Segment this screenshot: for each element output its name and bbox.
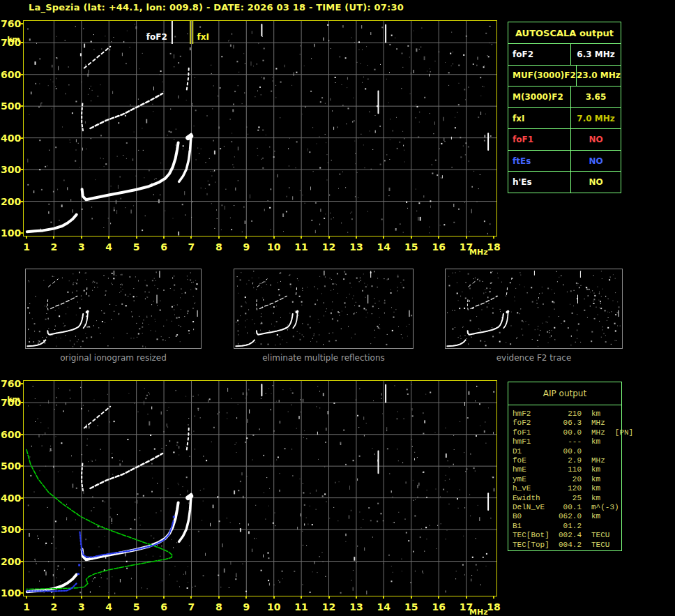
noise-dot — [361, 134, 361, 135]
noise-dot — [365, 88, 366, 89]
noise-dot — [419, 112, 420, 112]
noise-dot — [52, 65, 52, 68]
x-tick-nub — [136, 596, 137, 599]
noise-dot — [202, 520, 202, 521]
noise-dot — [56, 436, 56, 437]
noise-dot — [584, 299, 585, 299]
noise-dot — [344, 271, 345, 273]
noise-dot — [61, 204, 63, 207]
noise-dot — [363, 77, 364, 77]
noise-dot — [411, 73, 411, 75]
noise-dot — [180, 56, 181, 57]
noise-dot — [478, 188, 479, 189]
noise-dot — [563, 320, 565, 322]
second-hop-diagonal — [90, 453, 162, 488]
noise-dot — [543, 303, 544, 305]
noise-dot — [112, 523, 112, 524]
noise-dot — [76, 315, 77, 315]
noise-dot — [264, 77, 265, 80]
noise-dot — [389, 474, 390, 474]
noise-dot — [549, 317, 549, 317]
noise-dot — [250, 195, 250, 199]
noise-dot — [172, 321, 172, 322]
noise-dot — [195, 303, 195, 304]
noise-dot — [257, 91, 258, 91]
noise-dot — [29, 338, 30, 338]
noise-dot — [414, 70, 414, 73]
noise-dot — [100, 333, 101, 334]
noise-dot — [402, 67, 403, 68]
noise-dot — [355, 196, 356, 197]
noise-dot — [546, 322, 547, 322]
noise-dot — [282, 389, 283, 390]
noise-dot — [351, 212, 352, 213]
noise-dot — [317, 572, 318, 573]
noise-dot — [184, 316, 185, 317]
noise-dot — [413, 480, 414, 481]
second-hop-diagonal — [90, 93, 162, 128]
noise-dot — [563, 284, 563, 285]
noise-dot — [552, 330, 552, 331]
noise-dot — [63, 323, 63, 324]
noise-dot — [490, 135, 492, 137]
noise-dot — [610, 276, 611, 278]
x-tick-label: 12 — [319, 242, 340, 253]
noise-dot — [125, 207, 126, 208]
noise-dot — [462, 564, 464, 566]
noise-dot — [188, 490, 188, 492]
noise-dot — [102, 500, 103, 502]
noise-dot — [36, 296, 36, 297]
noise-dot — [136, 176, 137, 176]
noise-dot — [487, 287, 487, 289]
noise-dot — [56, 78, 56, 80]
noise-dot — [609, 279, 610, 280]
noise-dot — [427, 490, 427, 490]
noise-dot — [561, 275, 561, 276]
noise-dot — [404, 162, 405, 163]
noise-dot — [464, 202, 465, 203]
noise-dot — [386, 79, 387, 80]
noise-dot — [421, 28, 422, 29]
noise-dot — [145, 216, 146, 216]
noise-dot — [616, 340, 617, 341]
noise-dot — [207, 116, 208, 117]
noise-dot — [343, 278, 344, 280]
third-hop-diagonal — [257, 279, 267, 287]
noise-dot — [448, 276, 449, 277]
noise-dot — [149, 324, 149, 325]
noise-dot — [289, 187, 289, 188]
noise-dot — [93, 283, 93, 283]
noise-dot — [188, 418, 189, 419]
noise-dot — [330, 98, 331, 101]
noise-dot — [69, 280, 70, 281]
noise-dot — [359, 389, 360, 389]
noise-dot — [382, 414, 383, 414]
noise-dot — [380, 126, 381, 127]
noise-dot — [229, 587, 229, 588]
noise-dot — [417, 106, 418, 107]
second-hop-cusp — [82, 464, 83, 492]
noise-dot — [137, 500, 137, 504]
noise-dot — [29, 282, 29, 283]
noise-dot — [111, 41, 112, 42]
x-tick-label: 15 — [401, 602, 422, 613]
noise-dot — [94, 577, 96, 578]
noise-dot — [120, 579, 121, 583]
aip-row-name: h_vE — [513, 484, 553, 493]
aip-row-name: Ewidth — [513, 494, 553, 503]
noise-dot — [73, 284, 74, 285]
noise-dot — [102, 321, 103, 322]
noise-dot — [465, 471, 466, 472]
noise-dot — [607, 320, 607, 321]
noise-dot — [76, 150, 77, 151]
noise-dot — [54, 329, 55, 330]
noise-dot — [252, 31, 252, 33]
noise-dot — [105, 295, 105, 296]
noise-dot — [146, 119, 147, 123]
noise-dot — [358, 197, 358, 198]
noise-dot — [264, 493, 264, 493]
noise-dot — [612, 311, 612, 312]
F2-top-blob — [296, 312, 297, 313]
noise-dot — [141, 587, 142, 588]
noise-dot — [292, 301, 294, 303]
